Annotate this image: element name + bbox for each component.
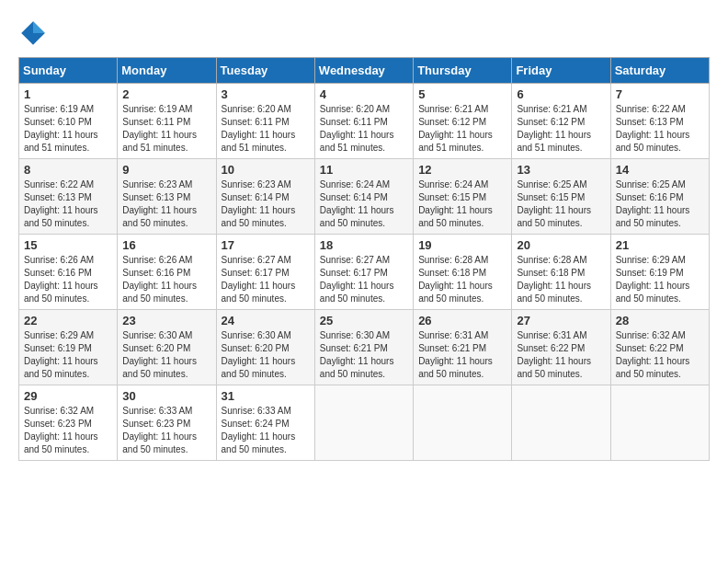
day-cell: 27Sunrise: 6:31 AMSunset: 6:22 PMDayligh… (512, 310, 610, 385)
day-info: Sunrise: 6:22 AMSunset: 6:13 PMDaylight:… (616, 103, 704, 155)
day-cell: 3Sunrise: 6:20 AMSunset: 6:11 PMDaylight… (216, 84, 314, 159)
weekday-header-wednesday: Wednesday (314, 58, 413, 84)
day-number: 15 (24, 238, 112, 252)
day-number: 18 (320, 238, 408, 252)
day-number: 5 (418, 87, 506, 101)
day-info: Sunrise: 6:26 AMSunset: 6:16 PMDaylight:… (122, 254, 210, 305)
day-number: 29 (24, 389, 112, 403)
day-cell: 26Sunrise: 6:31 AMSunset: 6:21 PMDayligh… (414, 310, 512, 385)
day-info: Sunrise: 6:21 AMSunset: 6:12 PMDaylight:… (517, 103, 605, 155)
day-cell: 18Sunrise: 6:27 AMSunset: 6:17 PMDayligh… (314, 235, 413, 310)
day-number: 19 (418, 238, 506, 252)
day-info: Sunrise: 6:32 AMSunset: 6:22 PMDaylight:… (616, 329, 704, 381)
week-row-3: 15Sunrise: 6:26 AMSunset: 6:16 PMDayligh… (19, 235, 710, 310)
day-cell: 21Sunrise: 6:29 AMSunset: 6:19 PMDayligh… (610, 235, 709, 310)
weekday-header-row: SundayMondayTuesdayWednesdayThursdayFrid… (19, 58, 710, 84)
day-info: Sunrise: 6:27 AMSunset: 6:17 PMDaylight:… (320, 254, 408, 305)
day-cell: 17Sunrise: 6:27 AMSunset: 6:17 PMDayligh… (216, 235, 314, 310)
week-row-5: 29Sunrise: 6:32 AMSunset: 6:23 PMDayligh… (19, 385, 710, 461)
day-cell: 12Sunrise: 6:24 AMSunset: 6:15 PMDayligh… (414, 159, 512, 235)
svg-marker-1 (33, 21, 45, 33)
day-info: Sunrise: 6:30 AMSunset: 6:21 PMDaylight:… (320, 329, 408, 381)
week-row-1: 1Sunrise: 6:19 AMSunset: 6:10 PMDaylight… (19, 84, 710, 159)
week-row-4: 22Sunrise: 6:29 AMSunset: 6:19 PMDayligh… (19, 310, 710, 385)
day-number: 16 (122, 238, 210, 252)
day-cell: 25Sunrise: 6:30 AMSunset: 6:21 PMDayligh… (314, 310, 413, 385)
day-info: Sunrise: 6:21 AMSunset: 6:12 PMDaylight:… (418, 103, 506, 155)
day-info: Sunrise: 6:33 AMSunset: 6:24 PMDaylight:… (222, 405, 310, 456)
day-cell: 28Sunrise: 6:32 AMSunset: 6:22 PMDayligh… (610, 310, 709, 385)
day-number: 22 (24, 314, 112, 327)
day-info: Sunrise: 6:19 AMSunset: 6:10 PMDaylight:… (24, 103, 112, 155)
day-info: Sunrise: 6:30 AMSunset: 6:20 PMDaylight:… (122, 329, 210, 381)
day-number: 30 (122, 389, 210, 403)
weekday-header-sunday: Sunday (19, 58, 118, 84)
day-cell: 15Sunrise: 6:26 AMSunset: 6:16 PMDayligh… (19, 235, 118, 310)
logo-icon (18, 18, 48, 48)
day-number: 1 (24, 87, 112, 101)
weekday-header-monday: Monday (118, 58, 216, 84)
day-info: Sunrise: 6:24 AMSunset: 6:14 PMDaylight:… (320, 178, 408, 230)
day-cell (610, 385, 709, 461)
day-number: 6 (517, 87, 605, 101)
weekday-header-tuesday: Tuesday (216, 58, 314, 84)
day-cell: 14Sunrise: 6:25 AMSunset: 6:16 PMDayligh… (610, 159, 709, 235)
day-info: Sunrise: 6:20 AMSunset: 6:11 PMDaylight:… (222, 103, 310, 155)
day-number: 8 (24, 163, 112, 177)
day-number: 12 (418, 163, 506, 177)
day-cell: 13Sunrise: 6:25 AMSunset: 6:15 PMDayligh… (512, 159, 610, 235)
day-info: Sunrise: 6:29 AMSunset: 6:19 PMDaylight:… (24, 329, 112, 381)
day-number: 13 (517, 163, 605, 177)
day-info: Sunrise: 6:30 AMSunset: 6:20 PMDaylight:… (222, 329, 310, 381)
day-number: 20 (517, 238, 605, 252)
day-info: Sunrise: 6:28 AMSunset: 6:18 PMDaylight:… (418, 254, 506, 305)
day-cell: 16Sunrise: 6:26 AMSunset: 6:16 PMDayligh… (118, 235, 216, 310)
day-info: Sunrise: 6:28 AMSunset: 6:18 PMDaylight:… (517, 254, 605, 305)
day-number: 17 (222, 238, 310, 252)
weekday-header-saturday: Saturday (610, 58, 709, 84)
day-number: 24 (222, 314, 310, 327)
day-info: Sunrise: 6:25 AMSunset: 6:15 PMDaylight:… (517, 178, 605, 230)
day-info: Sunrise: 6:31 AMSunset: 6:22 PMDaylight:… (517, 329, 605, 381)
day-number: 25 (320, 314, 408, 327)
day-cell: 24Sunrise: 6:30 AMSunset: 6:20 PMDayligh… (216, 310, 314, 385)
day-info: Sunrise: 6:23 AMSunset: 6:13 PMDaylight:… (122, 178, 210, 230)
day-cell: 10Sunrise: 6:23 AMSunset: 6:14 PMDayligh… (216, 159, 314, 235)
day-info: Sunrise: 6:29 AMSunset: 6:19 PMDaylight:… (616, 254, 704, 305)
day-info: Sunrise: 6:20 AMSunset: 6:11 PMDaylight:… (320, 103, 408, 155)
header (18, 18, 710, 48)
day-cell: 11Sunrise: 6:24 AMSunset: 6:14 PMDayligh… (314, 159, 413, 235)
day-number: 4 (320, 87, 408, 101)
day-cell: 7Sunrise: 6:22 AMSunset: 6:13 PMDaylight… (610, 84, 709, 159)
calendar: SundayMondayTuesdayWednesdayThursdayFrid… (18, 57, 710, 461)
day-info: Sunrise: 6:31 AMSunset: 6:21 PMDaylight:… (418, 329, 506, 381)
day-cell: 5Sunrise: 6:21 AMSunset: 6:12 PMDaylight… (414, 84, 512, 159)
day-info: Sunrise: 6:25 AMSunset: 6:16 PMDaylight:… (616, 178, 704, 230)
day-number: 11 (320, 163, 408, 177)
day-number: 9 (122, 163, 210, 177)
day-number: 3 (222, 87, 310, 101)
logo (18, 18, 51, 48)
day-number: 27 (517, 314, 605, 327)
day-number: 10 (222, 163, 310, 177)
day-cell: 19Sunrise: 6:28 AMSunset: 6:18 PMDayligh… (414, 235, 512, 310)
day-info: Sunrise: 6:27 AMSunset: 6:17 PMDaylight:… (222, 254, 310, 305)
day-cell: 29Sunrise: 6:32 AMSunset: 6:23 PMDayligh… (19, 385, 118, 461)
day-cell: 23Sunrise: 6:30 AMSunset: 6:20 PMDayligh… (118, 310, 216, 385)
day-cell: 22Sunrise: 6:29 AMSunset: 6:19 PMDayligh… (19, 310, 118, 385)
day-number: 28 (616, 314, 704, 327)
day-cell: 4Sunrise: 6:20 AMSunset: 6:11 PMDaylight… (314, 84, 413, 159)
day-cell: 30Sunrise: 6:33 AMSunset: 6:23 PMDayligh… (118, 385, 216, 461)
day-cell: 20Sunrise: 6:28 AMSunset: 6:18 PMDayligh… (512, 235, 610, 310)
day-info: Sunrise: 6:26 AMSunset: 6:16 PMDaylight:… (24, 254, 112, 305)
day-cell: 6Sunrise: 6:21 AMSunset: 6:12 PMDaylight… (512, 84, 610, 159)
weekday-header-friday: Friday (512, 58, 610, 84)
day-info: Sunrise: 6:24 AMSunset: 6:15 PMDaylight:… (418, 178, 506, 230)
day-info: Sunrise: 6:22 AMSunset: 6:13 PMDaylight:… (24, 178, 112, 230)
weekday-header-thursday: Thursday (414, 58, 512, 84)
day-number: 31 (222, 389, 310, 403)
day-number: 2 (122, 87, 210, 101)
day-number: 26 (418, 314, 506, 327)
day-cell: 8Sunrise: 6:22 AMSunset: 6:13 PMDaylight… (19, 159, 118, 235)
day-cell (314, 385, 413, 461)
